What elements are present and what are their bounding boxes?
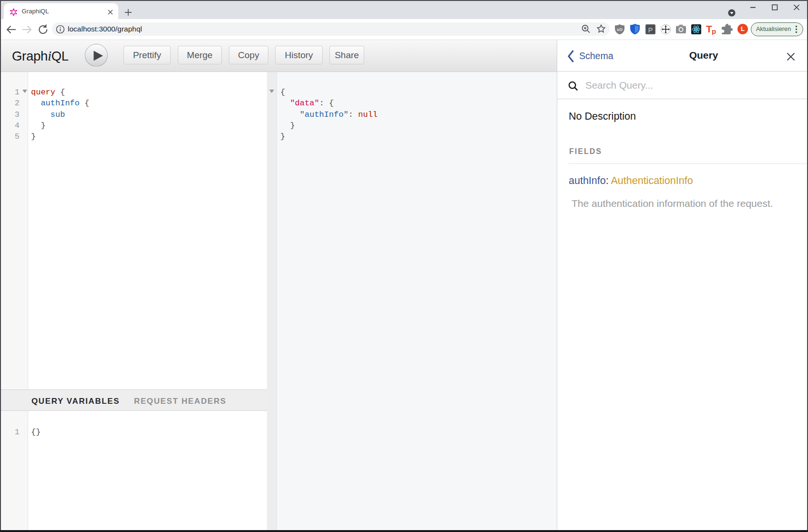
svg-text:P: P xyxy=(648,26,653,34)
svg-text:uO: uO xyxy=(617,27,623,32)
svg-text:p: p xyxy=(712,27,716,35)
